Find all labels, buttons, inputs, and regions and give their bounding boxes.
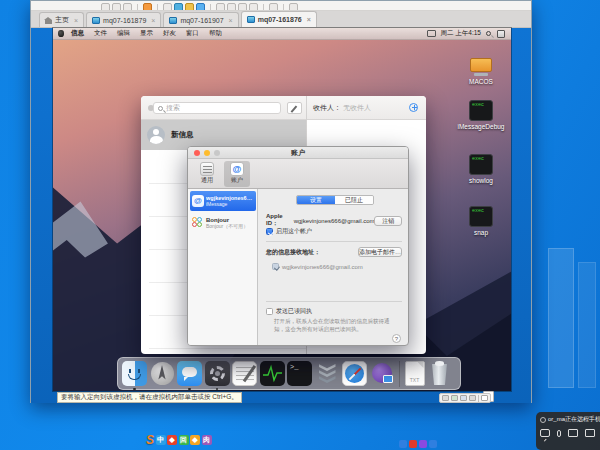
dock-launchpad-icon[interactable] [150, 361, 175, 386]
running-indicator [188, 388, 191, 391]
hard-disk-status-icon[interactable] [442, 395, 449, 401]
desktop-icon-label: snap [457, 229, 505, 236]
message-log-icon[interactable] [481, 395, 488, 401]
menu-item-file[interactable]: 文件 [89, 29, 112, 38]
terminal-prompt: >_ [290, 363, 298, 371]
dock-messages-icon[interactable] [177, 361, 202, 386]
read-receipts-row[interactable]: 发送已读回执 [266, 307, 312, 316]
apple-id-value: wgjkevinjones666@gmail.com [294, 218, 375, 224]
toolbar-icon[interactable] [269, 3, 278, 11]
vm-input-tooltip: 要将输入定向到该虚拟机，请在虚拟机内部单击或按 Ctrl+G。 [57, 392, 242, 403]
add-recipient-button[interactable] [409, 103, 418, 112]
dock-safari-icon[interactable] [342, 361, 367, 386]
chat-icon[interactable] [540, 429, 550, 437]
desktop-icon-macos[interactable]: MACOS [457, 58, 505, 85]
reach-label: 您的信息接收地址： [266, 248, 320, 257]
sound-status-icon[interactable] [460, 395, 467, 401]
compose-button[interactable] [287, 102, 302, 114]
app-badge-icon [419, 440, 427, 448]
dock-activity-monitor-icon[interactable] [260, 361, 285, 386]
close-tab-icon[interactable]: × [307, 16, 311, 23]
exec-label: exec [472, 208, 484, 214]
reach-email-value: wgjkevinjones666@gmail.com [282, 264, 363, 270]
toolbar-icon[interactable] [185, 3, 194, 11]
account-item-bonjour[interactable]: Bonjour Bonjour（不可用） [190, 213, 256, 233]
desktop-icon-label: showlog [457, 177, 505, 184]
toolbar-icon[interactable] [174, 3, 183, 11]
toolbar-icon[interactable] [227, 3, 236, 11]
dock-remote-app-icon[interactable] [370, 361, 395, 386]
tab-vm1-label: mq07-161879 [103, 17, 146, 24]
tab-blocked[interactable]: 已阻止 [335, 196, 373, 204]
menu-item-view[interactable]: 显示 [135, 29, 158, 38]
menu-item-buddies[interactable]: 好友 [158, 29, 181, 38]
toolbar-icon[interactable] [238, 3, 247, 11]
home-icon [45, 17, 52, 24]
checkbox-unchecked-icon[interactable] [266, 308, 273, 315]
dock-downloads-stack-icon[interactable] [315, 361, 340, 386]
menubar-clock[interactable]: 周二 上午4:15 [441, 29, 481, 38]
spotlight-search-icon[interactable] [486, 31, 491, 36]
checkbox-checked-dim-icon[interactable] [272, 263, 279, 270]
desktop-icon-snap[interactable]: exec snap [457, 206, 505, 236]
toolbar-icon[interactable] [101, 3, 110, 11]
close-tab-icon[interactable]: × [229, 17, 233, 24]
dock-textedit-icon[interactable] [232, 361, 257, 386]
apple-logo-icon[interactable] [58, 30, 64, 37]
tab-vm1[interactable]: mq07-161879 × [86, 12, 161, 27]
menu-item-edit[interactable]: 编辑 [112, 29, 135, 38]
tab-home[interactable]: 主页 × [39, 12, 84, 27]
menu-app-name[interactable]: 信息 [66, 29, 89, 38]
toolbar-icon[interactable] [123, 3, 132, 11]
add-email-button[interactable]: 添加电子邮件… [358, 247, 402, 257]
desktop-icon-showlog[interactable]: exec showlog [457, 154, 505, 184]
dock-terminal-icon[interactable]: >_ [287, 361, 312, 386]
account-item-imessage-selected[interactable]: @ wgjkevinjones666@… iMessage [190, 191, 256, 211]
toolbar-icon[interactable] [196, 3, 205, 11]
dock-document-icon[interactable]: TXT [405, 361, 425, 386]
toolbar-icon[interactable] [163, 3, 172, 11]
read-receipts-description: 打开后，联系人会在您读取他们的信息后获得通知，这会为所有对话启用已读回执。 [274, 317, 400, 334]
dock-trash-icon[interactable] [427, 361, 452, 386]
apple-id-row: Apple ID： wgjkevinjones666@gmail.com 注销 [266, 213, 402, 228]
usb-status-icon[interactable] [469, 395, 476, 401]
toolbar-separator [157, 4, 158, 12]
menu-item-window[interactable]: 窗口 [181, 29, 204, 38]
more-icon[interactable] [585, 429, 595, 437]
dock: >_ TXT [117, 357, 461, 390]
pause-vm-icon[interactable] [143, 3, 152, 11]
close-tab-icon[interactable]: × [151, 17, 155, 24]
toolbar-accounts-button[interactable]: @ 账户 [224, 161, 250, 187]
dock-system-preferences-icon[interactable] [205, 361, 230, 386]
watermark-glyph: 肉 [202, 435, 212, 445]
ime-indicator-icon[interactable] [497, 30, 505, 38]
close-tab-icon[interactable]: × [74, 17, 78, 24]
desktop-icon-imessagedebug[interactable]: exec iMessageDebug [457, 100, 505, 130]
reach-email-row[interactable]: wgjkevinjones666@gmail.com [272, 263, 363, 270]
search-input[interactable]: 搜索 [153, 102, 281, 114]
toolbar-icon[interactable] [249, 3, 258, 11]
tab-vm2[interactable]: mq07-161907 × [163, 12, 238, 27]
vmware-toolbar [31, 1, 531, 11]
enable-account-row[interactable]: 启用这个帐户 [266, 227, 312, 236]
checkbox-checked-icon[interactable] [266, 228, 273, 235]
to-field[interactable]: 收件人： 无收件人 [313, 103, 371, 113]
vmware-window: 主页 × mq07-161879 × mq07-161907 × mq07-16… [30, 0, 532, 403]
toolbar-icon[interactable] [289, 3, 298, 11]
microphone-icon[interactable] [557, 430, 561, 437]
wallpaper-light-beam [578, 262, 596, 388]
vmware-tools-icon[interactable] [427, 30, 436, 37]
tab-vm3-active[interactable]: mq07-161876 × [241, 11, 317, 27]
dock-finder-icon[interactable] [122, 361, 147, 386]
toolbar-icon[interactable] [112, 3, 121, 11]
messages-toolbar: 搜索 收件人： 无收件人 [141, 96, 426, 120]
network-status-icon[interactable] [451, 395, 458, 401]
sign-out-button[interactable]: 注销 [374, 216, 402, 226]
toolbar-separator [263, 4, 264, 12]
toolbar-icon[interactable] [216, 3, 225, 11]
tab-settings[interactable]: 设置 [297, 196, 335, 204]
help-button[interactable]: ? [392, 334, 401, 343]
menu-item-help[interactable]: 帮助 [204, 29, 227, 38]
toolbar-general-button[interactable]: 通用 [194, 161, 220, 187]
devices-icon[interactable] [568, 429, 578, 437]
